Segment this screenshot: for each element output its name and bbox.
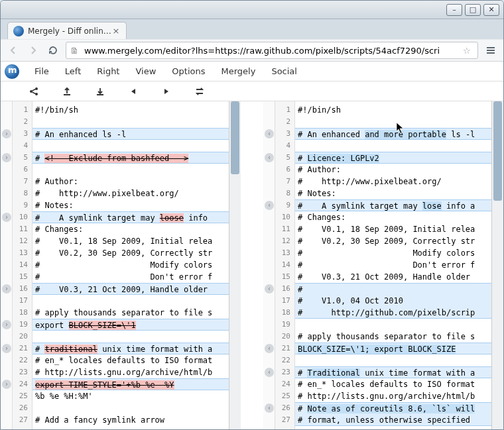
diff-merge-marker[interactable]: ‹ xyxy=(265,403,274,413)
code-line[interactable] xyxy=(295,319,491,331)
code-line[interactable]: # An enhanced and more portable ls -l xyxy=(295,128,491,140)
code-line[interactable]: # V0.3, 21 Oct 2009, Handle older xyxy=(295,271,491,283)
code-line[interactable]: # V1.0, 04 Oct 2010 xyxy=(295,295,491,307)
browser-menu-button[interactable] xyxy=(483,43,498,58)
code-line[interactable] xyxy=(32,331,229,343)
code-line[interactable]: # Changes: xyxy=(295,211,491,223)
menu-social[interactable]: Social xyxy=(264,64,304,79)
code-line[interactable]: # Notes: xyxy=(295,188,491,199)
scrollbar-thumb[interactable] xyxy=(493,101,502,201)
code-line[interactable]: # format, unless otherwise specified xyxy=(295,414,491,426)
diff-merge-marker[interactable]: › xyxy=(2,213,11,222)
left-scrollbar[interactable] xyxy=(229,101,241,429)
nav-back-button[interactable] xyxy=(6,43,21,58)
code-line[interactable]: # Note as of coreutils 8.6, `ls` will xyxy=(295,402,491,414)
swap-icon[interactable] xyxy=(193,85,206,98)
code-line[interactable]: # Notes: xyxy=(32,199,229,211)
menu-right[interactable]: Right xyxy=(90,64,127,79)
code-line[interactable]: # traditional unix time format with a xyxy=(32,343,229,354)
nav-forward-button[interactable] xyxy=(26,43,40,58)
code-line[interactable]: # Licence: LGPLv2 xyxy=(295,152,491,164)
code-line[interactable]: # A symlink target may lose info a xyxy=(295,199,491,211)
window-close-button[interactable]: ✕ xyxy=(483,4,499,16)
code-line[interactable]: # Don't error f xyxy=(295,259,491,271)
mergely-logo[interactable] xyxy=(5,64,19,79)
diff-merge-marker[interactable]: ‹ xyxy=(265,201,274,210)
code-line[interactable]: # http://www.pixelbeat.org/ xyxy=(32,188,229,199)
code-line[interactable]: # V0.1, 18 Sep 2009, Initial relea xyxy=(295,223,491,235)
diff-merge-marker[interactable]: › xyxy=(2,284,11,294)
code-line[interactable]: # V0.3, 21 Oct 2009, Handle older xyxy=(32,283,229,295)
diff-merge-marker[interactable]: › xyxy=(2,320,11,329)
code-line[interactable] xyxy=(32,295,229,307)
share-icon[interactable] xyxy=(27,85,40,98)
code-line[interactable]: # Modify colors xyxy=(32,259,229,271)
code-line[interactable]: # http://github.com/pixelb/scrip xyxy=(295,307,491,319)
diff-merge-marker[interactable]: ‹ xyxy=(265,129,274,138)
code-line[interactable]: # Modify colors xyxy=(295,247,491,259)
code-line[interactable]: export TIME_STYLE='+%b %e %Y xyxy=(32,378,229,390)
code-line[interactable]: # http://lists.gnu.org/archive/html/b xyxy=(295,390,491,402)
code-line[interactable] xyxy=(32,140,229,152)
code-line[interactable]: #!/bin/sh xyxy=(32,104,229,116)
code-line[interactable]: # Traditional unix time format with a xyxy=(295,366,491,378)
upload-icon[interactable] xyxy=(60,85,74,98)
code-line[interactable]: # http://www.pixelbeat.org/ xyxy=(295,176,491,188)
url-input[interactable] xyxy=(84,43,460,58)
window-maximize-button[interactable]: □ xyxy=(465,4,481,16)
code-line[interactable]: # Don't error f xyxy=(32,271,229,283)
code-line[interactable]: %b %e %H:%M' xyxy=(32,390,229,402)
code-line[interactable]: # Author: xyxy=(295,164,491,176)
code-line[interactable]: # xyxy=(295,283,491,295)
code-line[interactable]: # http://lists.gnu.org/archive/html/b xyxy=(32,366,229,378)
code-line[interactable]: # V0.1, 18 Sep 2009, Initial relea xyxy=(32,235,229,247)
code-line[interactable]: #!/bin/sh xyxy=(295,104,491,116)
code-line[interactable]: # Author: xyxy=(32,176,229,188)
right-scrollbar[interactable] xyxy=(491,101,503,429)
browser-tab[interactable]: Mergely - Diff online, merg × xyxy=(7,22,127,39)
code-line[interactable] xyxy=(295,354,491,366)
code-line[interactable]: # A symlink target may loose info xyxy=(32,211,229,223)
code-line[interactable]: # An enhanced ls -l xyxy=(32,128,229,140)
menu-left[interactable]: Left xyxy=(58,64,88,79)
diff-merge-marker[interactable]: ‹ xyxy=(265,368,274,377)
left-code[interactable]: #!/bin/sh# An enhanced ls -l# <!-- Exclu… xyxy=(32,101,229,429)
code-line[interactable]: # en_* locales defaults to ISO format xyxy=(32,354,229,366)
menu-options[interactable]: Options xyxy=(164,64,212,79)
code-line[interactable]: # V0.2, 30 Sep 2009, Correctly str xyxy=(32,247,229,259)
diff-merge-marker[interactable]: ‹ xyxy=(265,284,274,294)
menu-view[interactable]: View xyxy=(128,64,163,79)
diff-merge-marker[interactable]: ‹ xyxy=(265,344,274,353)
next-diff-icon[interactable] xyxy=(160,85,173,98)
code-line[interactable]: # V0.2, 30 Sep 2009, Correctly str xyxy=(295,235,491,247)
menu-file[interactable]: File xyxy=(27,64,56,79)
code-line[interactable]: BLOCK_SIZE=\'1; export BLOCK_SIZE xyxy=(295,343,491,354)
code-line[interactable]: # apply thousands separator to file s xyxy=(295,331,491,343)
diff-merge-marker[interactable]: › xyxy=(2,153,11,162)
code-line[interactable]: # Add a fancy symlink arrow xyxy=(32,414,229,426)
code-line[interactable] xyxy=(32,116,229,128)
code-line[interactable] xyxy=(32,164,229,176)
code-line[interactable] xyxy=(295,116,491,128)
diff-merge-marker[interactable]: › xyxy=(2,129,11,138)
bookmark-star-icon[interactable]: ☆ xyxy=(463,46,473,56)
tab-close-icon[interactable]: × xyxy=(111,27,121,36)
prev-diff-icon[interactable] xyxy=(127,85,140,98)
nav-reload-button[interactable] xyxy=(46,43,60,58)
download-icon[interactable] xyxy=(94,85,107,98)
code-line[interactable] xyxy=(295,140,491,152)
diff-merge-marker[interactable]: › xyxy=(2,380,11,389)
scrollbar-thumb[interactable] xyxy=(231,101,239,174)
window-minimize-button[interactable]: – xyxy=(446,4,462,16)
menu-mergely[interactable]: Mergely xyxy=(214,64,263,79)
code-line[interactable]: # Changes: xyxy=(32,223,229,235)
code-line[interactable]: export BLOCK_SIZE=\'1 xyxy=(32,319,229,331)
right-code[interactable]: #!/bin/sh# An enhanced and more portable… xyxy=(295,101,491,429)
diff-merge-marker[interactable]: › xyxy=(2,344,11,353)
url-bar[interactable]: 🗎 ☆ xyxy=(66,42,478,59)
code-line[interactable]: # <!-- Exclude from bashfeed --> xyxy=(32,152,229,164)
code-line[interactable] xyxy=(32,402,229,414)
diff-merge-marker[interactable]: ‹ xyxy=(265,153,274,162)
code-line[interactable]: # en_* locales defaults to ISO format xyxy=(295,378,491,390)
code-line[interactable]: # apply thousands separator to file s xyxy=(32,307,229,319)
